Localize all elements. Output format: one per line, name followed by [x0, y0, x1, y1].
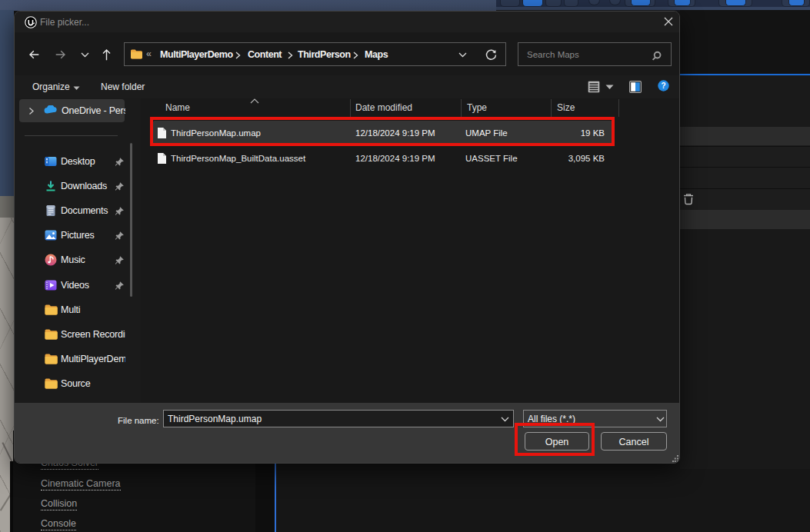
svg-text:?: ? [661, 81, 665, 90]
